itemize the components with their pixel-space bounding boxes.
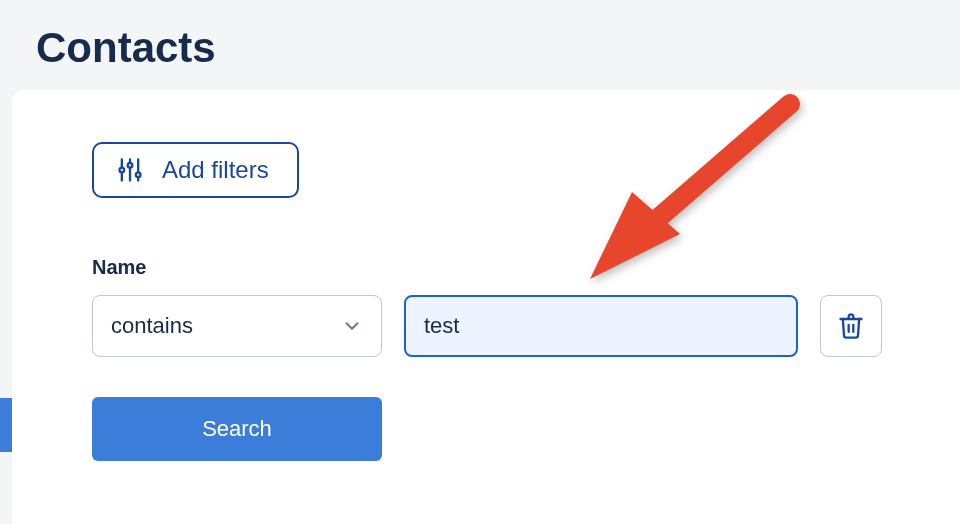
filter-card: Add filters Name contains xyxy=(12,90,960,524)
svg-point-2 xyxy=(120,168,125,173)
sliders-icon xyxy=(116,156,144,184)
page-title: Contacts xyxy=(0,0,960,90)
chevron-down-icon xyxy=(341,315,363,337)
svg-point-5 xyxy=(128,163,133,168)
svg-point-8 xyxy=(136,172,141,177)
search-button[interactable]: Search xyxy=(92,397,382,461)
operator-selected-value: contains xyxy=(111,313,193,339)
filter-field-label: Name xyxy=(92,256,924,279)
filter-value-input[interactable] xyxy=(404,295,798,357)
add-filters-label: Add filters xyxy=(162,156,269,184)
operator-select[interactable]: contains xyxy=(92,295,382,357)
add-filters-button[interactable]: Add filters xyxy=(92,142,299,198)
sidebar-active-indicator xyxy=(0,398,12,452)
delete-filter-button[interactable] xyxy=(820,295,882,357)
filter-row: contains xyxy=(92,295,924,357)
trash-icon xyxy=(837,312,865,340)
